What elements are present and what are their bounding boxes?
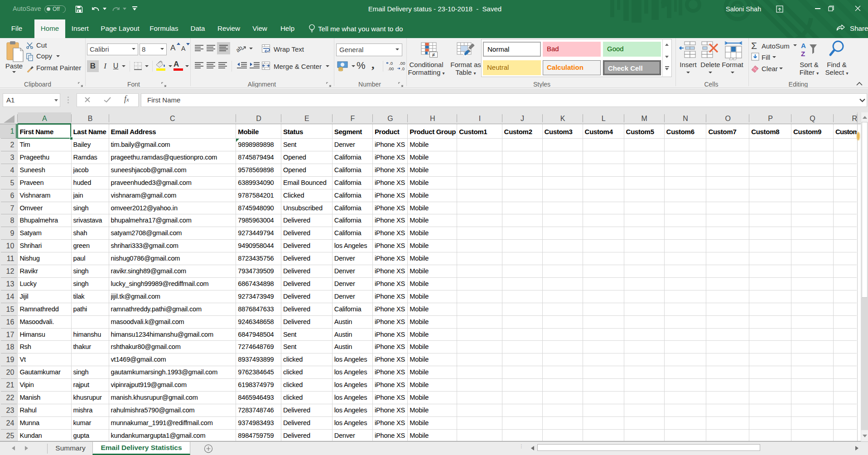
svg-text:Z: Z: [801, 50, 805, 58]
svg-text:ab: ab: [236, 44, 244, 53]
svg-text:.0: .0: [389, 61, 393, 66]
svg-text:A: A: [801, 42, 806, 49]
svg-text:.00: .00: [388, 66, 394, 71]
